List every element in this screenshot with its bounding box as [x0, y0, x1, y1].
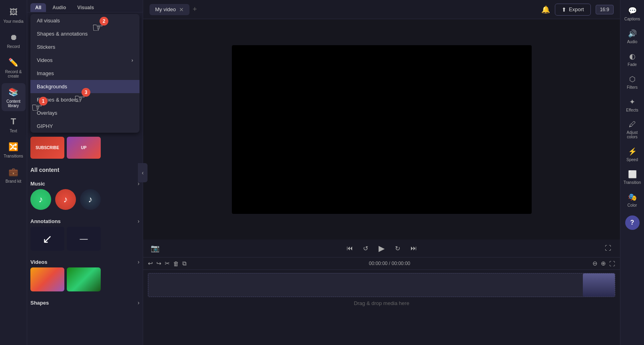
skip-back-button[interactable]: ⏮ — [344, 243, 355, 254]
music-thumb-1[interactable]: ♪ — [30, 189, 51, 210]
add-tab-button[interactable]: + — [193, 5, 197, 14]
notification-icon[interactable]: 🔔 — [541, 5, 550, 14]
dropdown-item-all-visuals[interactable]: All visuals — [30, 14, 140, 27]
sidebar: 🖼 Your media ⏺ Record ✏️ Record &create … — [0, 0, 27, 345]
sidebar-item-label: Text — [10, 129, 17, 133]
undo-button[interactable]: ↩ — [148, 260, 153, 267]
zoom-out-button[interactable]: ⊖ — [592, 260, 598, 267]
annotations-expand-icon[interactable]: › — [138, 218, 140, 224]
my-video-tab[interactable]: My video ✕ — [150, 4, 189, 15]
dropdown-item-giphy[interactable]: GIPHY — [30, 120, 140, 133]
timeline-track[interactable] — [148, 273, 615, 297]
video-canvas — [232, 45, 532, 214]
aspect-ratio-badge[interactable]: 16:9 — [596, 5, 614, 14]
tab-visuals[interactable]: Visuals — [72, 3, 99, 12]
content-library-icon: 📚 — [8, 86, 19, 98]
captions-icon: 💬 — [628, 6, 637, 15]
delete-button[interactable]: 🗑 — [173, 260, 179, 267]
sidebar-item-content-library[interactable]: 📚 Content library — [2, 83, 26, 111]
top-bar: My video ✕ + 🔔 ⬆ Export 16:9 — [143, 0, 620, 19]
right-panel-filters[interactable]: ⬡ Filters — [622, 72, 643, 93]
annotation-thumb-2[interactable]: — — [67, 227, 101, 251]
dropdown-item-images[interactable]: Images — [30, 67, 140, 80]
right-panel-audio[interactable]: 🔊 Audio — [622, 26, 643, 47]
play-button[interactable]: ▶ — [376, 243, 387, 254]
videos-expand-icon[interactable]: › — [138, 259, 140, 265]
controls-left: 📷 — [150, 243, 161, 254]
sidebar-item-label: Record &create — [5, 70, 22, 78]
sidebar-item-brand-kit[interactable]: 💼 Brand kit — [2, 163, 26, 187]
right-panel-speed[interactable]: ⚡ Speed — [622, 144, 643, 165]
music-thumb-2[interactable]: ♪ — [55, 189, 76, 210]
video-thumb-1[interactable] — [30, 267, 64, 291]
dropdown-item-stickers[interactable]: Stickers — [30, 40, 140, 54]
video-thumb-2[interactable] — [67, 267, 101, 291]
controls-right: ⛶ — [602, 243, 614, 254]
video-preview-area — [143, 19, 620, 239]
cut-button[interactable]: ✂ — [165, 260, 170, 267]
tabs-bar: All Audio Visuals — [27, 0, 143, 12]
duplicate-button[interactable]: ⧉ — [182, 260, 187, 267]
clip-thumbnail — [583, 273, 615, 297]
help-button[interactable]: ? — [625, 215, 640, 230]
right-panel-transition[interactable]: ⬜ Transition — [622, 167, 643, 188]
panel-collapse-button[interactable]: ‹ — [138, 163, 148, 182]
main-area: My video ✕ + 🔔 ⬆ Export 16:9 📷 ⏮ ↺ ▶ ↻ ⏭ — [143, 0, 620, 345]
sidebar-item-your-media[interactable]: 🖼 Your media — [2, 3, 26, 27]
forward-button[interactable]: ↻ — [392, 243, 403, 254]
tab-all[interactable]: All — [30, 3, 46, 12]
right-panel-effects[interactable]: ✦ Effects — [622, 94, 643, 116]
annotation-thumb-1[interactable]: ↙ — [30, 227, 64, 251]
brand-kit-icon: 💼 — [8, 166, 19, 177]
shapes-expand-icon[interactable]: › — [138, 299, 140, 306]
annotations-section-header: Annotations › — [30, 215, 140, 227]
media-thumb-up[interactable]: UP — [67, 137, 101, 159]
music-section-header: Music › — [30, 177, 140, 189]
right-panel-adjust-colors[interactable]: 🖊 Adjust colors — [622, 117, 643, 142]
all-content-label: All content — [30, 164, 140, 177]
sidebar-item-label: Transitions — [4, 154, 23, 158]
my-video-label: My video — [155, 6, 176, 12]
sidebar-item-text[interactable]: T Text — [2, 113, 26, 136]
sidebar-item-label: Brand kit — [6, 179, 21, 183]
dropdown-item-shapes[interactable]: Shapes & annotations — [30, 27, 140, 40]
close-icon[interactable]: ✕ — [179, 6, 184, 13]
upload-icon: ⬆ — [562, 6, 566, 13]
right-panel-fade[interactable]: ◐ Fade — [622, 49, 643, 70]
sidebar-item-record[interactable]: ⏺ Record — [2, 28, 26, 52]
sidebar-item-transitions[interactable]: 🔀 Transitions — [2, 138, 26, 162]
dropdown-item-frames[interactable]: Frames & borders — [30, 93, 140, 106]
sidebar-item-record-create[interactable]: ✏️ Record &create — [2, 54, 26, 82]
zoom-in-button[interactable]: ⊕ — [601, 260, 606, 267]
videos-thumbnails — [30, 267, 140, 291]
timeline-time: 00:00:00 / 00:00:00 — [369, 261, 410, 266]
fit-button[interactable]: ⛶ — [609, 260, 615, 267]
timeline-clip[interactable] — [583, 273, 615, 297]
transition-label: Transition — [624, 180, 641, 185]
skip-forward-button[interactable]: ⏭ — [408, 243, 419, 254]
content-panel: All content Music › ♪ ♪ ♪ Annotations › … — [27, 160, 143, 345]
timeline-area: ↩ ↪ ✂ 🗑 ⧉ 00:00:00 / 00:00:00 ⊖ ⊕ ⛶ — [143, 257, 620, 345]
right-panel-captions[interactable]: 💬 Captions — [622, 3, 643, 24]
record-icon: ⏺ — [8, 32, 19, 43]
media-thumb-subscribe[interactable]: SUBSCRIBE — [30, 137, 64, 159]
shapes-section-header: Shapes › — [30, 296, 140, 308]
tab-audio[interactable]: Audio — [48, 3, 71, 12]
right-panel-color[interactable]: 🎭 Color — [622, 189, 643, 211]
right-panel: 💬 Captions 🔊 Audio ◐ Fade ⬡ Filters ✦ Ef… — [620, 0, 644, 345]
music-thumb-3[interactable]: ♪ — [80, 189, 101, 210]
rewind-button[interactable]: ↺ — [360, 243, 371, 254]
color-label: Color — [628, 203, 637, 207]
dropdown-item-backgrounds[interactable]: Backgrounds — [30, 80, 140, 93]
dropdown-item-videos[interactable]: Videos › — [30, 54, 140, 67]
timeline-zoom: ⊖ ⊕ ⛶ — [592, 260, 615, 267]
export-button[interactable]: ⬆ Export — [555, 4, 591, 16]
visuals-dropdown: All visuals Shapes & annotations Sticker… — [30, 14, 140, 133]
sidebar-item-label: Content library — [3, 99, 24, 108]
fullscreen-button[interactable]: ⛶ — [602, 243, 614, 254]
dropdown-item-overlays[interactable]: Overlays — [30, 106, 140, 120]
redo-button[interactable]: ↪ — [156, 260, 161, 267]
color-icon: 🎭 — [628, 193, 637, 201]
camera-button[interactable]: 📷 — [150, 243, 161, 254]
annotations-section-title: Annotations — [30, 218, 61, 224]
